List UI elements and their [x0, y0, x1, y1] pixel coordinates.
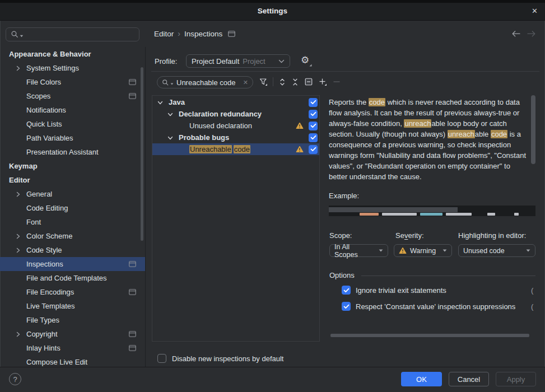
sidebar-item-code-editing[interactable]: Code Editing	[0, 201, 145, 215]
sidebar-item-inlay-hints[interactable]: Inlay Hints	[0, 341, 145, 355]
tree-row-declaration-redundancy[interactable]: Declaration redundancy	[152, 108, 319, 120]
sidebar-item-label: Keymap	[9, 162, 38, 170]
inspection-enabled-checkbox[interactable]	[309, 110, 318, 119]
chevron-down-icon[interactable]	[157, 99, 164, 106]
sidebar-item-label: File Types	[26, 316, 59, 324]
inspection-search-input[interactable]: Unreachable code ✕	[157, 76, 253, 88]
sidebar-item-file-and-code-templates[interactable]: File and Code Templates	[0, 271, 145, 285]
tree-row-unused-declaration[interactable]: Unused declaration	[152, 120, 319, 132]
inspection-enabled-checkbox[interactable]	[309, 122, 318, 130]
add-inspection-icon[interactable]	[318, 77, 327, 86]
sidebar-item-label: Copyright	[26, 330, 58, 338]
sidebar-item-label: System Settings	[26, 64, 79, 72]
sidebar-item-path-variables[interactable]: Path Variables	[0, 131, 145, 145]
tree-row-java[interactable]: Java	[152, 96, 319, 108]
sidebar-item-file-colors[interactable]: File Colors	[0, 75, 145, 89]
inspection-tree: JavaDeclaration redundancyUnused declara…	[152, 95, 320, 342]
sidebar-item-scopes[interactable]: Scopes	[0, 89, 145, 103]
sidebar-item-compose-live-edit[interactable]: Compose Live Edit	[0, 355, 145, 367]
scope-select[interactable]: In All Scopes	[329, 244, 388, 257]
remove-inspection-icon[interactable]	[332, 77, 341, 86]
inspection-toolbar	[259, 77, 341, 86]
sidebar-item-label: Font	[26, 218, 41, 226]
option-checkbox[interactable]	[342, 302, 351, 311]
collapse-all-icon[interactable]	[291, 78, 299, 86]
sidebar-item-copyright[interactable]: Copyright	[0, 327, 145, 341]
severity-select[interactable]: Warning	[394, 244, 452, 257]
highlighting-select[interactable]: Unused code	[458, 244, 535, 257]
warning-icon	[296, 146, 304, 153]
sidebar-item-code-style[interactable]: Code Style	[0, 243, 145, 257]
description-scrollbar[interactable]	[531, 95, 535, 164]
sidebar-item-editor[interactable]: Editor	[0, 173, 145, 187]
clipped-code-fragments	[360, 213, 519, 216]
profile-gear-icon[interactable]: ⚙	[301, 55, 309, 65]
forward-arrow-icon[interactable]	[527, 30, 536, 38]
tree-row-label: Probable bugs	[179, 133, 229, 142]
cancel-button[interactable]: Cancel	[449, 372, 489, 386]
sidebar-item-file-types[interactable]: File Types	[0, 313, 145, 327]
highlighting-value: Unused code	[463, 247, 505, 255]
search-icon	[162, 79, 169, 86]
sidebar-scrollbar[interactable]	[141, 67, 143, 241]
inspection-enabled-checkbox[interactable]	[309, 145, 318, 154]
disable-new-inspections-checkbox[interactable]	[157, 354, 166, 363]
chevron-right-icon[interactable]	[15, 233, 21, 240]
tree-row-unreachable-code[interactable]: Unreachablecode	[152, 143, 319, 155]
clear-search-icon[interactable]: ✕	[243, 79, 248, 86]
hide-disabled-icon[interactable]	[304, 77, 313, 86]
options-horizontal-scrollbar[interactable]	[330, 334, 529, 337]
option-label: Ignore trivial exit statements	[356, 286, 446, 295]
sidebar-item-label: Notifications	[26, 106, 66, 114]
sidebar-item-label: Color Scheme	[26, 232, 72, 240]
chevron-down-icon	[379, 249, 383, 252]
profile-select[interactable]: Project Default Project	[186, 54, 290, 68]
close-icon[interactable]: ✕	[532, 7, 538, 15]
sidebar-item-general[interactable]: General	[0, 187, 145, 201]
inspection-enabled-checkbox[interactable]	[309, 98, 318, 107]
sidebar-item-label: Live Templates	[26, 302, 74, 310]
sidebar-item-label: Code Style	[26, 246, 62, 254]
apply-button[interactable]: Apply	[496, 372, 536, 386]
sidebar-item-presentation-assistant[interactable]: Presentation Assistant	[0, 145, 145, 159]
sidebar-item-label: Inspections	[26, 260, 63, 268]
code-selection-bar	[329, 207, 458, 212]
tree-row-probable-bugs[interactable]: Probable bugs	[152, 132, 319, 143]
disable-new-inspections-label: Disable new inspections by default	[172, 354, 283, 363]
sidebar-item-label: General	[26, 190, 52, 198]
panel-icon	[129, 79, 136, 85]
help-icon[interactable]: ?	[9, 373, 21, 385]
sidebar-item-label: Appearance & Behavior	[9, 50, 91, 58]
history-navigation	[511, 30, 536, 38]
chevron-down-icon[interactable]	[167, 111, 174, 118]
gear-dropdown-mark-icon	[309, 64, 312, 67]
breadcrumb-item-inspections[interactable]: Inspections	[184, 30, 222, 38]
sidebar-item-font[interactable]: Font	[0, 215, 145, 229]
settings-search-input[interactable]	[6, 27, 139, 41]
search-caret-icon[interactable]	[170, 83, 174, 85]
sidebar-item-file-encodings[interactable]: File Encodings	[0, 285, 145, 299]
filter-icon[interactable]	[259, 77, 268, 86]
chevron-right-icon[interactable]	[15, 247, 21, 254]
ok-button[interactable]: OK	[401, 372, 442, 386]
sidebar-item-appearance-behavior[interactable]: Appearance & Behavior	[0, 47, 145, 61]
sidebar-item-notifications[interactable]: Notifications	[0, 103, 145, 117]
sidebar-item-color-scheme[interactable]: Color Scheme	[0, 229, 145, 243]
chevron-right-icon[interactable]	[15, 331, 21, 338]
sidebar-item-keymap[interactable]: Keymap	[0, 159, 145, 173]
chevron-down-icon[interactable]	[167, 134, 174, 141]
example-code-block	[329, 206, 535, 216]
search-history-caret-icon[interactable]	[20, 35, 24, 38]
sidebar-item-system-settings[interactable]: System Settings	[0, 61, 145, 75]
inspection-enabled-checkbox[interactable]	[309, 133, 318, 142]
sidebar-item-inspections[interactable]: Inspections	[0, 257, 145, 271]
chevron-right-icon[interactable]	[15, 191, 21, 198]
sidebar-item-live-templates[interactable]: Live Templates	[0, 299, 145, 313]
chevron-right-icon[interactable]	[15, 65, 21, 72]
breadcrumb-item-editor[interactable]: Editor	[154, 30, 174, 38]
expand-all-icon[interactable]	[278, 78, 286, 86]
panel-divider	[145, 47, 146, 367]
sidebar-item-quick-lists[interactable]: Quick Lists	[0, 117, 145, 131]
back-arrow-icon[interactable]	[511, 30, 521, 38]
option-checkbox[interactable]	[342, 286, 351, 295]
